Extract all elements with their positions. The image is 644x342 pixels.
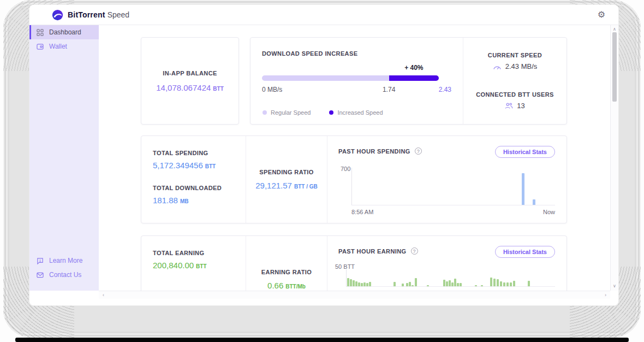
help-question-icon[interactable]: ?	[411, 247, 418, 255]
speed-stats-panel: CURRENT SPEED 2.43 MB/s CONNECTED BTT US…	[463, 38, 567, 124]
vertical-scrollbar[interactable]: ∧ ∨	[610, 25, 618, 291]
in-app-balance-card: IN-APP BALANCE 14,078.067424BTT	[141, 37, 239, 125]
sidebar-item-label: Dashboard	[49, 28, 81, 36]
chart-bar	[490, 278, 492, 286]
historical-stats-button[interactable]: Historical Stats	[495, 246, 555, 258]
chart-bar	[497, 279, 499, 286]
scroll-right-icon[interactable]: ›	[605, 292, 606, 298]
chart-bar	[412, 285, 414, 286]
scroll-up-icon[interactable]: ∧	[611, 27, 618, 32]
spending-ratio-column: SPENDING RATIO 29,121.57BTT / GB	[246, 136, 327, 223]
screenshot-stage: BitTorrent Speed ⚙ Dashboard	[0, 0, 644, 342]
scale-min: 0 MB/s	[262, 86, 282, 93]
speed-increase-title: DOWNLOAD SPEED INCREASE	[262, 50, 357, 57]
scale-mid: 1.74	[383, 86, 395, 93]
total-spending-label: TOTAL SPENDING	[153, 150, 246, 156]
speed-legend: Regular Speed Increased Speed	[263, 109, 383, 116]
earning-bar-chart	[346, 269, 555, 287]
main-content: IN-APP BALANCE 14,078.067424BTT DOWNLOAD…	[99, 25, 610, 291]
sidebar: Dashboard Wallet	[29, 25, 99, 291]
spending-bar-chart	[351, 168, 555, 205]
x-axis-end-label: Now	[543, 209, 555, 215]
spending-ratio-label: SPENDING RATIO	[259, 169, 314, 175]
chart-bar	[503, 282, 505, 286]
scroll-down-icon[interactable]: ∨	[611, 284, 618, 288]
envelope-icon	[36, 272, 44, 279]
sidebar-item-wallet[interactable]: Wallet	[29, 39, 99, 54]
wallet-icon	[36, 43, 44, 50]
earning-ratio-column: EARNING RATIO 0.66BTT/Mb	[246, 236, 327, 291]
past-hour-earning-title: PAST HOUR EARNING	[338, 248, 407, 255]
speed-scale: 0 MB/s 1.74 2.43	[262, 86, 439, 93]
regular-speed-dot-icon	[263, 110, 267, 115]
earning-totals-column: TOTAL EARNING 200,840.00BTT	[141, 236, 246, 291]
settings-gear-icon[interactable]: ⚙	[598, 10, 605, 19]
regular-speed-segment	[262, 75, 389, 81]
chart-bar	[481, 285, 483, 286]
chat-bubble-icon	[36, 257, 44, 264]
speedometer-icon	[493, 63, 502, 70]
brand: BitTorrent Speed	[52, 9, 129, 21]
chart-bar	[475, 285, 477, 286]
scale-max: 2.43	[439, 86, 451, 93]
speed-increase-badge: + 40%	[404, 64, 423, 72]
chart-bar	[406, 283, 408, 286]
sidebar-item-learn-more[interactable]: Learn More	[29, 253, 99, 268]
speed-progress-bar	[262, 75, 439, 81]
horizontal-scrollbar[interactable]: ‹ ›	[99, 291, 610, 299]
past-hour-earning-panel: PAST HOUR EARNING ? Historical Stats 50 …	[327, 236, 567, 291]
total-downloaded-value: 181.88MB	[153, 196, 246, 205]
earning-ratio-value: 0.66BTT/Mb	[267, 281, 306, 290]
chart-bar	[460, 283, 462, 286]
balance-unit: BTT	[213, 86, 223, 92]
sidebar-item-label: Wallet	[49, 43, 67, 50]
sidebar-item-dashboard[interactable]: Dashboard	[29, 25, 99, 39]
app-topbar: BitTorrent Speed ⚙	[29, 5, 618, 25]
chart-bar	[500, 281, 502, 286]
chart-bar	[528, 281, 530, 286]
total-earning-label: TOTAL EARNING	[153, 250, 246, 256]
chart-bar	[415, 278, 417, 287]
chart-bar	[506, 282, 509, 286]
spending-ratio-value: 29,121.57BTT / GB	[255, 181, 318, 190]
spending-x-axis-labels: 8:56 AM Now	[351, 209, 555, 215]
chart-bar	[402, 284, 404, 286]
total-downloaded-label: TOTAL DOWNLOADED	[153, 185, 246, 191]
chart-bar	[454, 279, 456, 286]
users-icon	[505, 102, 513, 109]
balance-label: IN-APP BALANCE	[163, 70, 217, 76]
chart-bar	[443, 280, 445, 286]
vertical-scrollbar-thumb[interactable]	[612, 32, 617, 102]
spending-totals-column: TOTAL SPENDING 5,172.349456BTT TOTAL DOW…	[141, 136, 246, 223]
historical-stats-button[interactable]: Historical Stats	[495, 146, 555, 158]
dashboard-icon	[36, 29, 44, 36]
speed-increase-panel: DOWNLOAD SPEED INCREASE + 40% 0 MB/s 1.7…	[251, 38, 463, 124]
x-axis-start-label: 8:56 AM	[351, 209, 373, 215]
increased-speed-dot-icon	[329, 110, 333, 115]
chart-bar	[457, 283, 459, 286]
increased-speed-segment	[389, 75, 439, 81]
spending-axis-max-label: 700	[341, 166, 350, 172]
legend-increased-speed: Increased Speed	[329, 109, 383, 116]
scroll-left-icon[interactable]: ‹	[103, 292, 104, 298]
legend-regular-speed: Regular Speed	[263, 109, 311, 116]
chart-bar	[353, 280, 355, 286]
chart-bar	[533, 199, 535, 205]
app-window: BitTorrent Speed ⚙ Dashboard	[29, 5, 618, 305]
chart-bar	[358, 282, 360, 286]
chart-bar	[361, 283, 363, 286]
device-bottom-bar	[15, 338, 629, 342]
sidebar-item-contact-us[interactable]: Contact Us	[29, 268, 99, 282]
brand-name-bold: BitTorrent	[68, 10, 105, 19]
chart-bar	[363, 282, 366, 286]
chart-bar	[355, 281, 357, 286]
chart-bar	[510, 282, 512, 286]
earning-ratio-label: EARNING RATIO	[261, 269, 312, 275]
sidebar-item-label: Learn More	[49, 257, 82, 264]
bittorrent-logo-icon	[52, 9, 63, 21]
help-question-icon[interactable]: ?	[415, 148, 422, 155]
chart-bar	[409, 282, 411, 286]
sidebar-item-label: Contact Us	[49, 271, 81, 279]
chart-bar	[369, 282, 371, 286]
chart-bar	[393, 282, 396, 286]
